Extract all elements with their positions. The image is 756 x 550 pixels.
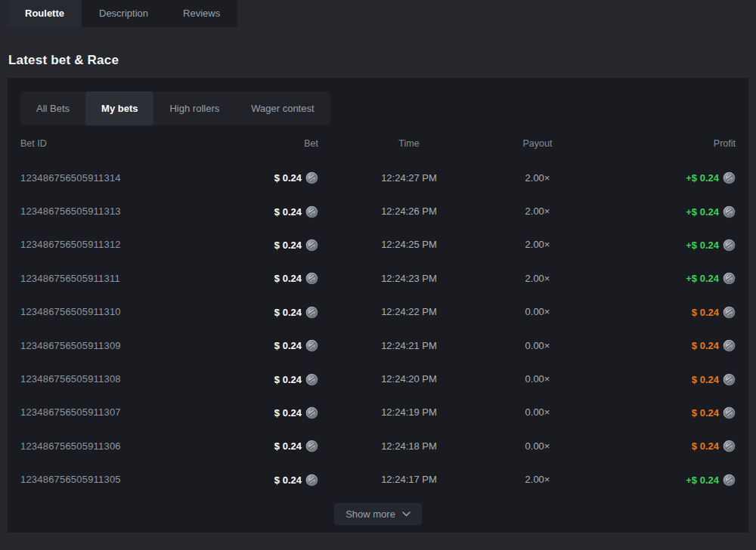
bet-profit-value: +$ 0.24 (686, 474, 719, 486)
coin-icon (723, 171, 736, 184)
bet-profit-cell: +$ 0.24 (575, 171, 736, 184)
bet-amount-value: $ 0.24 (274, 374, 302, 385)
bet-id-cell: 123486756505911312 (20, 239, 211, 250)
coin-icon (305, 239, 318, 252)
bet-amount-cell: $ 0.24 (211, 238, 318, 252)
bet-amount-value: $ 0.24 (274, 307, 302, 318)
bet-payout-cell: 0.00× (500, 306, 575, 317)
bet-profit-cell: +$ 0.24 (575, 271, 736, 285)
header-payout: Payout (500, 138, 575, 149)
tab-all-bets[interactable]: All Bets (20, 91, 85, 125)
table-row[interactable]: 123486756505911311 $ 0.24 (20, 261, 736, 295)
table-row[interactable]: 123486756505911313 $ 0.24 (20, 194, 736, 227)
bet-payout-cell: 0.00× (500, 406, 575, 418)
bet-profit-cell: $ 0.24 (575, 439, 736, 453)
bet-profit-value: $ 0.24 (692, 340, 719, 351)
bets-table-body: 123486756505911314 $ 0.24 (20, 161, 736, 496)
bet-payout-cell: 0.00× (500, 340, 575, 351)
bet-profit-cell: $ 0.24 (575, 338, 736, 352)
bet-amount-value: $ 0.24 (274, 474, 302, 486)
bet-profit-cell: +$ 0.24 (575, 205, 736, 218)
tab-high-rollers[interactable]: High rollers (153, 91, 235, 125)
table-row[interactable]: 123486756505911312 $ 0.24 (20, 228, 736, 261)
bet-profit-cell: +$ 0.24 (575, 473, 736, 487)
table-row[interactable]: 123486756505911307 $ 0.24 (20, 396, 736, 429)
table-row[interactable]: 123486756505911306 $ 0.24 (20, 429, 736, 462)
header-bet-id: Bet ID (20, 138, 211, 149)
coin-icon (723, 339, 736, 352)
bet-time-cell: 12:24:20 PM (318, 373, 500, 385)
bet-amount-value: $ 0.24 (274, 172, 302, 184)
header-bet: Bet (211, 138, 318, 149)
bet-profit-value: +$ 0.24 (686, 172, 719, 184)
show-more-label: Show more (345, 508, 395, 520)
table-row[interactable]: 123486756505911309 $ 0.24 (20, 329, 736, 362)
coin-icon (723, 239, 736, 252)
bet-profit-value: +$ 0.24 (686, 206, 719, 218)
tab-description[interactable]: Description (82, 0, 166, 27)
bet-time-cell: 12:24:19 PM (318, 406, 500, 418)
bet-amount-cell: $ 0.24 (211, 305, 318, 319)
bet-profit-value: +$ 0.24 (686, 273, 719, 284)
game-tabs: Roulette Description Reviews (8, 0, 237, 27)
bet-time-cell: 12:24:18 PM (318, 440, 500, 452)
tab-roulette[interactable]: Roulette (8, 0, 82, 27)
bet-id-cell: 123486756505911310 (20, 306, 211, 317)
tab-my-bets[interactable]: My bets (85, 91, 153, 125)
coin-icon (723, 373, 736, 386)
bet-amount-value: $ 0.24 (274, 407, 302, 419)
bet-time-cell: 12:24:27 PM (318, 172, 500, 184)
tab-reviews[interactable]: Reviews (166, 0, 237, 27)
coin-icon (305, 339, 318, 352)
bet-id-cell: 123486756505911307 (20, 406, 211, 418)
page-title: Latest bet & Race (8, 53, 119, 68)
table-header-row: Bet ID Bet Time Payout Profit (20, 136, 736, 151)
table-row[interactable]: 123486756505911308 $ 0.24 (20, 362, 736, 395)
bet-time-cell: 12:24:21 PM (318, 340, 500, 351)
table-row[interactable]: 123486756505911314 $ 0.24 (20, 161, 736, 194)
bet-payout-cell: 0.00× (500, 440, 575, 452)
bet-id-cell: 123486756505911305 (20, 474, 211, 485)
bet-amount-cell: $ 0.24 (211, 205, 318, 218)
coin-icon (723, 440, 736, 453)
bet-time-cell: 12:24:22 PM (318, 306, 500, 317)
bet-time-cell: 12:24:23 PM (318, 273, 500, 284)
table-row[interactable]: 123486756505911310 $ 0.24 (20, 295, 736, 329)
bet-profit-value: $ 0.24 (692, 374, 719, 385)
coin-icon (305, 272, 318, 285)
header-time: Time (318, 138, 500, 149)
coin-icon (305, 205, 318, 218)
coin-icon (305, 440, 318, 453)
chevron-down-icon (402, 511, 411, 517)
bet-amount-cell: $ 0.24 (211, 439, 318, 453)
bet-time-cell: 12:24:26 PM (318, 205, 500, 217)
bet-id-cell: 123486756505911308 (20, 373, 211, 385)
coin-icon (305, 171, 318, 184)
bet-payout-cell: 2.00× (500, 172, 575, 184)
bet-profit-cell: +$ 0.24 (575, 238, 736, 252)
coin-icon (305, 406, 318, 419)
bet-profit-cell: $ 0.24 (575, 372, 736, 386)
header-profit: Profit (575, 138, 736, 149)
show-more-button[interactable]: Show more (334, 503, 422, 525)
coin-icon (723, 205, 736, 218)
table-row[interactable]: 123486756505911305 $ 0.24 (20, 463, 736, 496)
bet-id-cell: 123486756505911309 (20, 340, 211, 351)
coin-icon (723, 406, 736, 419)
bet-profit-value: $ 0.24 (692, 407, 719, 419)
bet-amount-value: $ 0.24 (274, 206, 302, 218)
coin-icon (305, 306, 318, 319)
bet-payout-cell: 2.00× (500, 273, 575, 284)
bet-profit-value: +$ 0.24 (686, 239, 719, 251)
bet-amount-value: $ 0.24 (274, 340, 302, 351)
bet-id-cell: 123486756505911311 (20, 273, 211, 284)
bet-payout-cell: 2.00× (500, 205, 575, 217)
bet-profit-cell: $ 0.24 (575, 305, 736, 319)
tab-wager-contest[interactable]: Wager contest (235, 91, 330, 125)
bet-id-cell: 123486756505911306 (20, 440, 211, 452)
bet-payout-cell: 2.00× (500, 239, 575, 250)
bet-amount-cell: $ 0.24 (211, 271, 318, 285)
bet-amount-cell: $ 0.24 (211, 372, 318, 386)
bet-time-cell: 12:24:25 PM (318, 239, 500, 250)
bet-time-cell: 12:24:17 PM (318, 474, 500, 485)
